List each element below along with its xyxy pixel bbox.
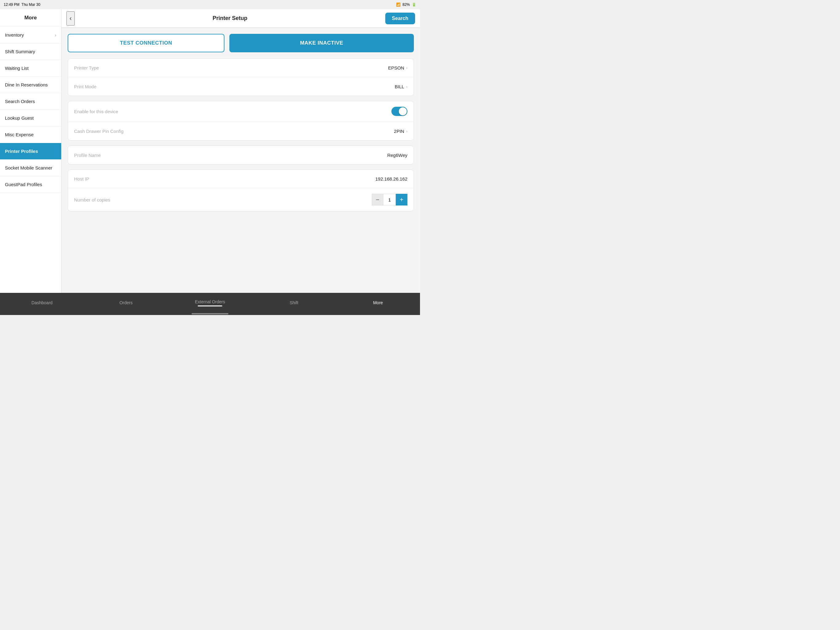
tab-bar: Dashboard Orders External Orders Shift M…	[0, 293, 420, 313]
tab-dashboard-label: Dashboard	[32, 300, 52, 305]
test-connection-button[interactable]: TEST CONNECTION	[68, 34, 224, 52]
status-time: 12:49 PM Thu Mar 30	[4, 2, 40, 7]
copies-increment-button[interactable]: +	[396, 194, 407, 206]
sidebar-item-dine-in-reservations[interactable]: Dine In Reservations	[0, 77, 61, 93]
cash-drawer-row[interactable]: Cash Drawer Pin Config 2PIN ›	[68, 122, 414, 140]
copies-stepper: − 1 +	[372, 194, 407, 206]
tab-external-orders[interactable]: External Orders	[168, 293, 252, 313]
content-header: ‹ Printer Setup Search	[62, 9, 420, 28]
chevron-icon: ›	[406, 129, 407, 133]
num-copies-row: Number of copies − 1 +	[68, 188, 414, 211]
wifi-icon: 📶	[396, 2, 401, 7]
print-mode-value: BILL ›	[395, 84, 407, 89]
sidebar-header: More	[0, 9, 61, 27]
host-ip-row[interactable]: Host IP 192.168.26.162	[68, 170, 414, 188]
battery-icon: 🔋	[412, 2, 416, 7]
copies-value: 1	[384, 194, 396, 206]
host-ip-label: Host IP	[74, 176, 89, 182]
sidebar: More Inventory›Shift SummaryWaiting List…	[0, 9, 62, 293]
status-bar: 12:49 PM Thu Mar 30 📶 82% 🔋	[0, 0, 420, 9]
sidebar-item-label: Dine In Reservations	[5, 82, 47, 87]
chevron-icon: ›	[406, 65, 407, 70]
sidebar-item-label: Lookup Guest	[5, 116, 33, 120]
print-mode-label: Print Mode	[74, 84, 96, 89]
sidebar-item-label: Misc Expense	[5, 132, 33, 137]
num-copies-label: Number of copies	[74, 197, 111, 203]
printer-type-row[interactable]: Printer Type EPSON ›	[68, 59, 414, 77]
sidebar-item-label: Search Orders	[5, 99, 35, 104]
main-content: ‹ Printer Setup Search TEST CONNECTION M…	[62, 9, 420, 293]
printer-type-label: Printer Type	[74, 65, 99, 70]
search-button[interactable]: Search	[385, 13, 415, 24]
cash-drawer-value: 2PIN ›	[394, 128, 407, 134]
battery-percent: 82%	[403, 2, 410, 7]
app-container: More Inventory›Shift SummaryWaiting List…	[0, 9, 420, 315]
host-ip-value: 192.168.26.162	[376, 176, 407, 182]
sidebar-item-label: Socket Mobile Scanner	[5, 165, 52, 171]
profile-name-value: Reg6Wey	[387, 153, 407, 158]
sidebar-item-printer-profiles[interactable]: Printer Profiles	[0, 143, 61, 160]
enable-device-row: Enable for this device	[68, 101, 414, 122]
tab-shift[interactable]: Shift	[252, 293, 336, 313]
main-layout: More Inventory›Shift SummaryWaiting List…	[0, 9, 420, 293]
tab-orders[interactable]: Orders	[84, 293, 168, 313]
enable-device-toggle[interactable]	[392, 107, 407, 116]
printer-type-value: EPSON ›	[388, 65, 407, 70]
print-mode-row[interactable]: Print Mode BILL ›	[68, 77, 414, 96]
chevron-icon: ›	[55, 33, 56, 38]
form-card-3: Profile Name Reg6Wey	[68, 146, 414, 165]
sidebar-item-shift-summary[interactable]: Shift Summary	[0, 43, 61, 60]
sidebar-item-label: Printer Profiles	[5, 149, 38, 154]
sidebar-item-inventory[interactable]: Inventory›	[0, 27, 61, 43]
form-card-4: Host IP 192.168.26.162 Number of copies …	[68, 169, 414, 211]
sidebar-item-waiting-list[interactable]: Waiting List	[0, 60, 61, 77]
back-button[interactable]: ‹	[66, 11, 75, 25]
sidebar-item-label: Waiting List	[5, 65, 28, 71]
sidebar-item-socket-mobile-scanner[interactable]: Socket Mobile Scanner	[0, 160, 61, 176]
tab-orders-label: Orders	[119, 300, 133, 305]
tab-shift-label: Shift	[290, 300, 298, 305]
enable-device-label: Enable for this device	[74, 109, 118, 114]
page-title: Printer Setup	[212, 15, 247, 22]
tab-more[interactable]: More	[336, 293, 420, 313]
cash-drawer-label: Cash Drawer Pin Config	[74, 128, 123, 134]
action-row: TEST CONNECTION MAKE INACTIVE	[68, 34, 414, 52]
tab-dashboard[interactable]: Dashboard	[0, 293, 84, 313]
tab-more-label: More	[373, 300, 383, 305]
sidebar-item-label: Shift Summary	[5, 49, 35, 54]
form-card-2: Enable for this device Cash Drawer Pin C…	[68, 101, 414, 141]
sidebar-item-guestpad-profiles[interactable]: GuestPad Profiles	[0, 176, 61, 193]
home-indicator-bar	[191, 313, 229, 314]
sidebar-item-label: GuestPad Profiles	[5, 182, 42, 187]
tab-external-orders-label: External Orders	[195, 299, 225, 304]
sidebar-item-misc-expense[interactable]: Misc Expense	[0, 127, 61, 143]
home-indicator	[0, 313, 420, 315]
profile-name-row[interactable]: Profile Name Reg6Wey	[68, 146, 414, 164]
sidebar-item-search-orders[interactable]: Search Orders	[0, 93, 61, 110]
copies-decrement-button[interactable]: −	[372, 194, 384, 206]
profile-name-label: Profile Name	[74, 153, 101, 158]
sidebar-item-label: Inventory	[5, 32, 24, 38]
sidebar-item-lookup-guest[interactable]: Lookup Guest	[0, 110, 61, 127]
form-card-1: Printer Type EPSON › Print Mode BILL ›	[68, 59, 414, 96]
chevron-icon: ›	[406, 84, 407, 89]
make-inactive-button[interactable]: MAKE INACTIVE	[229, 34, 414, 52]
content-body: TEST CONNECTION MAKE INACTIVE Printer Ty…	[62, 28, 420, 293]
